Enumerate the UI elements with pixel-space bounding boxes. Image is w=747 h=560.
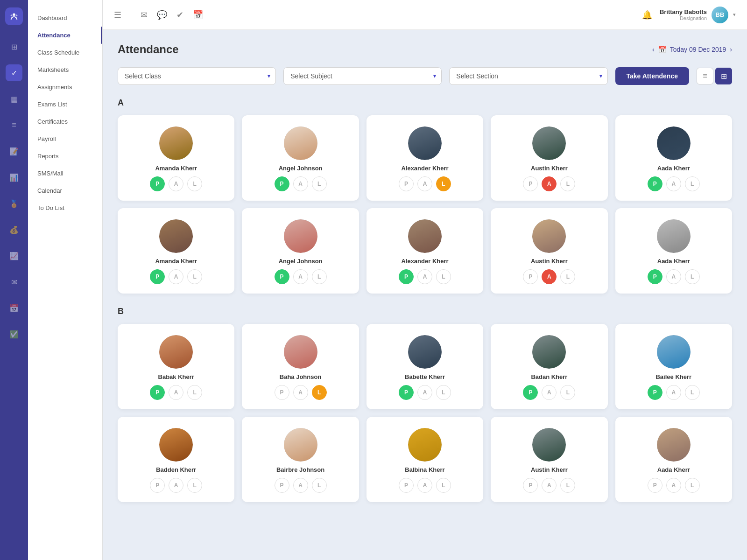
list-view-button[interactable]: ≡ xyxy=(697,68,713,84)
late-button[interactable]: L xyxy=(436,176,451,191)
absent-button[interactable]: A xyxy=(542,269,557,284)
present-button[interactable]: P xyxy=(648,385,662,400)
absent-button[interactable]: A xyxy=(293,176,308,191)
sidebar-item-exams-list[interactable]: Exams List xyxy=(28,96,102,113)
calendar-topbar-icon[interactable]: 📅 xyxy=(193,10,203,20)
sidebar-certificate-icon[interactable]: 🏅 xyxy=(6,195,22,212)
bell-icon[interactable]: 🔔 xyxy=(642,10,652,20)
late-button[interactable]: L xyxy=(685,478,700,493)
sidebar-item-assignments[interactable]: Assignments xyxy=(28,78,102,96)
sidebar-item-calendar[interactable]: Calendar xyxy=(28,182,102,199)
absent-button[interactable]: A xyxy=(417,385,432,400)
present-button[interactable]: P xyxy=(648,269,662,284)
present-button[interactable]: P xyxy=(648,176,662,191)
sidebar-calendar-icon[interactable]: 📅 xyxy=(6,300,22,316)
sidebar-item-dashboard[interactable]: Dashboard xyxy=(28,9,102,27)
late-button[interactable]: L xyxy=(312,176,327,191)
present-button[interactable]: P xyxy=(275,478,289,493)
present-button[interactable]: P xyxy=(399,176,414,191)
user-dropdown-arrow[interactable]: ▾ xyxy=(733,12,736,18)
late-button[interactable]: L xyxy=(187,385,202,400)
sidebar-report-icon[interactable]: 📈 xyxy=(6,247,22,264)
late-button[interactable]: L xyxy=(312,385,327,400)
present-button[interactable]: P xyxy=(399,385,414,400)
late-button[interactable]: L xyxy=(685,269,700,284)
sidebar-schedule-icon[interactable]: ▦ xyxy=(6,91,22,107)
late-button[interactable]: L xyxy=(187,478,202,493)
sidebar-dashboard-icon[interactable]: ⊞ xyxy=(6,38,22,55)
absent-button[interactable]: A xyxy=(169,176,183,191)
late-button[interactable]: L xyxy=(312,478,327,493)
sidebar-item-reports[interactable]: Reports xyxy=(28,147,102,165)
late-button[interactable]: L xyxy=(312,269,327,284)
present-button[interactable]: P xyxy=(648,478,662,493)
grid-view-button[interactable]: ⊞ xyxy=(715,68,732,84)
absent-button[interactable]: A xyxy=(666,269,681,284)
chat-icon[interactable]: 💬 xyxy=(157,10,167,20)
check-icon[interactable]: ✔ xyxy=(176,10,183,20)
present-button[interactable]: P xyxy=(275,176,289,191)
late-button[interactable]: L xyxy=(187,176,202,191)
sidebar-exam-icon[interactable]: 📊 xyxy=(6,169,22,186)
date-next-arrow[interactable]: › xyxy=(730,46,732,53)
present-button[interactable]: P xyxy=(399,478,414,493)
late-button[interactable]: L xyxy=(560,385,575,400)
late-button[interactable]: L xyxy=(685,385,700,400)
present-button[interactable]: P xyxy=(275,385,289,400)
absent-button[interactable]: A xyxy=(293,269,308,284)
class-select[interactable]: Select Class xyxy=(118,67,276,85)
sidebar-todo-icon[interactable]: ✅ xyxy=(6,326,22,343)
present-button[interactable]: P xyxy=(150,269,165,284)
present-button[interactable]: P xyxy=(523,385,538,400)
mail-icon[interactable]: ✉ xyxy=(141,10,148,20)
present-button[interactable]: P xyxy=(399,269,414,284)
late-button[interactable]: L xyxy=(560,176,575,191)
sidebar-sms-icon[interactable]: ✉ xyxy=(6,273,22,290)
present-button[interactable]: P xyxy=(275,269,289,284)
late-button[interactable]: L xyxy=(436,478,451,493)
present-button[interactable]: P xyxy=(523,269,538,284)
late-button[interactable]: L xyxy=(560,269,575,284)
absent-button[interactable]: A xyxy=(293,478,308,493)
absent-button[interactable]: A xyxy=(666,176,681,191)
sidebar-item-todo[interactable]: To Do List xyxy=(28,199,102,217)
absent-button[interactable]: A xyxy=(542,385,557,400)
absent-button[interactable]: A xyxy=(542,176,557,191)
late-button[interactable]: L xyxy=(436,385,451,400)
sidebar-item-attendance[interactable]: Attendance xyxy=(28,27,102,44)
late-button[interactable]: L xyxy=(187,269,202,284)
sidebar-item-class-schedule[interactable]: Class Schedule xyxy=(28,44,102,61)
absent-button[interactable]: A xyxy=(169,385,183,400)
sidebar-item-payroll[interactable]: Payroll xyxy=(28,130,102,147)
section-select[interactable]: Select Section xyxy=(449,67,607,85)
absent-button[interactable]: A xyxy=(417,176,432,191)
take-attendance-button[interactable]: Take Attendence xyxy=(615,67,689,85)
menu-icon[interactable]: ☰ xyxy=(114,10,121,20)
present-button[interactable]: P xyxy=(150,478,165,493)
late-button[interactable]: L xyxy=(560,478,575,493)
subject-select[interactable]: Select Subject xyxy=(283,67,442,85)
absent-button[interactable]: A xyxy=(169,478,183,493)
absent-button[interactable]: A xyxy=(169,269,183,284)
absent-button[interactable]: A xyxy=(666,478,681,493)
sidebar-item-sms-mail[interactable]: SMS/Mail xyxy=(28,165,102,182)
present-button[interactable]: P xyxy=(150,176,165,191)
sidebar-item-marksheets[interactable]: Marksheets xyxy=(28,61,102,78)
present-button[interactable]: P xyxy=(523,176,538,191)
sidebar-marksheet-icon[interactable]: ≡ xyxy=(6,117,22,133)
absent-button[interactable]: A xyxy=(666,385,681,400)
late-button[interactable]: L xyxy=(436,269,451,284)
student-card: Amanda Kherr P A L xyxy=(118,208,234,294)
sidebar-attendance-icon[interactable]: ✓ xyxy=(6,64,22,81)
date-prev-arrow[interactable]: ‹ xyxy=(652,46,655,53)
late-button[interactable]: L xyxy=(685,176,700,191)
sidebar-item-certificates[interactable]: Certificates xyxy=(28,113,102,130)
sidebar-payroll-icon[interactable]: 💰 xyxy=(6,221,22,238)
absent-button[interactable]: A xyxy=(542,478,557,493)
absent-button[interactable]: A xyxy=(417,269,432,284)
present-button[interactable]: P xyxy=(523,478,538,493)
absent-button[interactable]: A xyxy=(293,385,308,400)
sidebar-assignment-icon[interactable]: 📝 xyxy=(6,143,22,160)
absent-button[interactable]: A xyxy=(417,478,432,493)
present-button[interactable]: P xyxy=(150,385,165,400)
